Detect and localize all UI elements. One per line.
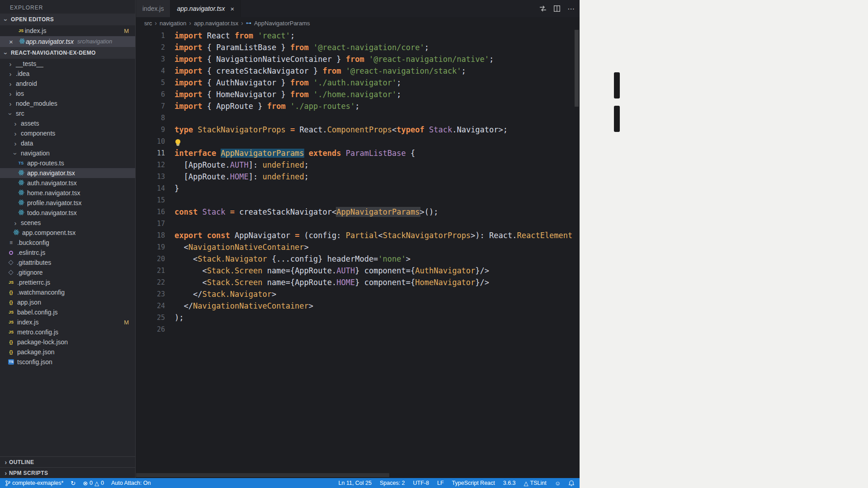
tree-item--idea[interactable]: ›.idea bbox=[0, 69, 135, 79]
tree-item--tests-[interactable]: ›__tests__ bbox=[0, 59, 135, 69]
tree-item--watchmanconfig[interactable]: {}.watchmanconfig bbox=[0, 287, 135, 297]
git-branch-item[interactable]: complete-exmaples* bbox=[5, 480, 63, 486]
tab-indexjs[interactable]: index.js bbox=[136, 0, 170, 17]
split-editor-icon[interactable] bbox=[554, 5, 560, 12]
code-line[interactable]: 15 bbox=[136, 194, 574, 206]
code-line[interactable]: 12 [AppRoute.AUTH]: undefined; bbox=[136, 159, 574, 171]
code-line[interactable]: 6import { HomeNavigator } from './home.n… bbox=[136, 89, 574, 100]
close-icon[interactable]: × bbox=[231, 5, 235, 13]
tree-item-auth-navigator-tsx[interactable]: auth.navigator.tsx bbox=[0, 178, 135, 188]
tree-item--eslintrc-js[interactable]: .eslintrc.js bbox=[0, 248, 135, 258]
tree-item-tsconfig-json[interactable]: TStsconfig.json bbox=[0, 357, 135, 367]
sync-icon[interactable]: ↻ bbox=[71, 480, 75, 487]
code-line[interactable]: 7import { AppRoute } from './app-routes'… bbox=[136, 100, 574, 112]
notifications-bell-icon[interactable] bbox=[569, 480, 574, 486]
indentation[interactable]: Spaces: 2 bbox=[380, 480, 405, 486]
eol[interactable]: LF bbox=[437, 480, 444, 486]
code-line[interactable]: 24 </NavigationNativeContainer> bbox=[136, 300, 574, 312]
close-icon[interactable]: × bbox=[9, 38, 17, 46]
tree-item-components[interactable]: ›components bbox=[0, 128, 135, 138]
breadcrumb-item[interactable]: src bbox=[144, 20, 152, 27]
error-count: 0 bbox=[90, 480, 93, 486]
chevron-down-icon: › bbox=[2, 50, 10, 56]
tree-item-android[interactable]: ›android bbox=[0, 79, 135, 89]
open-editor-app-navigator[interactable]: × app.navigator.tsx src/navigation bbox=[0, 36, 135, 47]
tree-item-scenes[interactable]: ›scenes bbox=[0, 218, 135, 228]
tree-item--gitignore[interactable]: .gitignore bbox=[0, 267, 135, 277]
problems-item[interactable]: ⊗ 0 △ 0 bbox=[83, 480, 104, 487]
code-line[interactable]: 11interface AppNavigatorParams extends P… bbox=[136, 147, 574, 159]
code-line[interactable]: 13 [AppRoute.HOME]: undefined; bbox=[136, 171, 574, 183]
tree-item-navigation[interactable]: ›navigation bbox=[0, 148, 135, 158]
linter-item[interactable]: △ TSLint bbox=[524, 480, 547, 487]
language-mode[interactable]: TypeScript React bbox=[452, 480, 495, 486]
tree-item-app-routes-ts[interactable]: TSapp-routes.ts bbox=[0, 158, 135, 168]
project-root-header[interactable]: › REACT-NAVIGATION-EX-DEMO bbox=[0, 47, 135, 59]
code-line[interactable]: 4import { createStackNavigator } from '@… bbox=[136, 65, 574, 77]
code-line[interactable]: 14} bbox=[136, 183, 574, 194]
code-line[interactable]: 20 <Stack.Navigator {...config} headerMo… bbox=[136, 253, 574, 265]
code-line[interactable]: 25); bbox=[136, 312, 574, 324]
editor-hscrollbar[interactable] bbox=[136, 473, 389, 477]
code-editor[interactable]: 1import React from 'react';2import { Par… bbox=[136, 30, 574, 473]
breadcrumb-item[interactable]: app.navigator.tsx bbox=[194, 20, 238, 27]
code-line[interactable]: 9type StackNavigatorProps = React.Compon… bbox=[136, 124, 574, 136]
branch-name: complete-exmaples* bbox=[12, 480, 63, 486]
tree-item--prettierrc-js[interactable]: JS.prettierrc.js bbox=[0, 277, 135, 287]
code-line[interactable]: 22 <Stack.Screen name={AppRoute.HOME} co… bbox=[136, 277, 574, 288]
tree-item-package-lock-json[interactable]: {}package-lock.json bbox=[0, 337, 135, 347]
code-line[interactable]: 16const Stack = createStackNavigator<App… bbox=[136, 206, 574, 218]
warnings-icon: △ bbox=[94, 480, 99, 487]
tree-item-data[interactable]: ›data bbox=[0, 138, 135, 148]
open-changes-icon[interactable] bbox=[539, 5, 547, 12]
code-line[interactable]: 8 bbox=[136, 112, 574, 124]
tree-item-home-navigator-tsx[interactable]: home.navigator.tsx bbox=[0, 188, 135, 198]
tree-item-metro-config-js[interactable]: JSmetro.config.js bbox=[0, 327, 135, 337]
encoding[interactable]: UTF-8 bbox=[413, 480, 429, 486]
code-line[interactable]: 10 bbox=[136, 136, 574, 147]
code-line[interactable]: 3import { NavigationNativeContainer } fr… bbox=[136, 53, 574, 65]
auto-attach-item[interactable]: Auto Attach: On bbox=[111, 480, 151, 486]
tree-item-todo-navigator-tsx[interactable]: todo.navigator.tsx bbox=[0, 208, 135, 218]
outline-section[interactable]: › OUTLINE bbox=[0, 456, 135, 467]
tree-item-node-modules[interactable]: ›node_modules bbox=[0, 99, 135, 108]
open-editors-header[interactable]: › OPEN EDITORS bbox=[0, 14, 135, 25]
breadcrumb-symbol[interactable]: AppNavigatorParams bbox=[254, 20, 310, 27]
npm-scripts-section[interactable]: › NPM SCRIPTS bbox=[0, 467, 135, 478]
code-line[interactable]: 17 bbox=[136, 218, 574, 230]
tree-item-babel-config-js[interactable]: JSbabel.config.js bbox=[0, 307, 135, 317]
react-file-icon bbox=[12, 229, 20, 237]
line-number: 10 bbox=[136, 136, 165, 147]
tree-item-assets[interactable]: ›assets bbox=[0, 118, 135, 128]
cursor-position[interactable]: Ln 11, Col 25 bbox=[339, 480, 372, 486]
chevron-right-icon: › bbox=[7, 80, 14, 88]
tab-app-navigator[interactable]: app.navigator.tsx × bbox=[170, 0, 241, 17]
tree-item-label: app.navigator.tsx bbox=[27, 169, 75, 177]
tree-item-app-component-tsx[interactable]: app.component.tsx bbox=[0, 228, 135, 238]
tree-item-package-json[interactable]: {}package.json bbox=[0, 347, 135, 357]
code-line[interactable]: 21 <Stack.Screen name={AppRoute.AUTH} co… bbox=[136, 265, 574, 277]
code-line[interactable]: 5import { AuthNavigator } from './auth.n… bbox=[136, 77, 574, 89]
code-line-content bbox=[165, 324, 175, 335]
tree-item--buckconfig[interactable]: ≡.buckconfig bbox=[0, 238, 135, 248]
code-line[interactable]: 2import { ParamListBase } from '@react-n… bbox=[136, 42, 574, 53]
tree-item-app-json[interactable]: {}app.json bbox=[0, 297, 135, 307]
breadcrumb-item[interactable]: navigation bbox=[160, 20, 186, 27]
code-line[interactable]: 1import React from 'react'; bbox=[136, 30, 574, 42]
tree-item--gitattributes[interactable]: .gitattributes bbox=[0, 258, 135, 267]
tree-item-app-navigator-tsx[interactable]: app.navigator.tsx bbox=[0, 168, 135, 178]
tree-item-src[interactable]: ›src bbox=[0, 108, 135, 118]
code-line[interactable]: 18export const AppNavigator = (config: P… bbox=[136, 230, 574, 241]
code-line[interactable]: 23 </Stack.Navigator> bbox=[136, 288, 574, 300]
tree-item-ios[interactable]: ›ios bbox=[0, 89, 135, 99]
more-actions-icon[interactable]: ⋯ bbox=[567, 5, 575, 13]
code-line[interactable]: 26 bbox=[136, 324, 574, 335]
tree-item-profile-navigator-tsx[interactable]: profile.navigator.tsx bbox=[0, 198, 135, 208]
quick-fix-lightbulb-icon[interactable] bbox=[175, 139, 180, 144]
open-editor-indexjs[interactable]: JS index.js M bbox=[0, 25, 135, 36]
editor-scrollbar[interactable] bbox=[575, 30, 579, 107]
tree-item-index-js[interactable]: JSindex.jsM bbox=[0, 317, 135, 327]
feedback-smiley-icon[interactable]: ☺ bbox=[555, 480, 561, 487]
ts-version[interactable]: 3.6.3 bbox=[503, 480, 516, 486]
code-line[interactable]: 19 <NavigationNativeContainer> bbox=[136, 241, 574, 253]
